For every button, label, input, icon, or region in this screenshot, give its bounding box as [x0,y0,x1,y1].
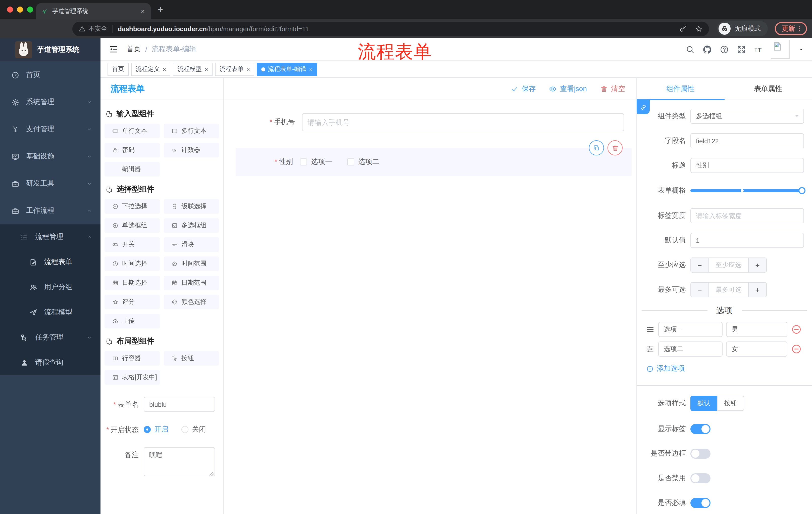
sidebar-item-payment-mgmt[interactable]: 支付管理 [0,116,100,143]
stepper-minus-button[interactable]: − [691,258,709,272]
add-option-button[interactable]: 添加选项 [646,364,812,373]
avatar[interactable] [771,40,790,59]
help-icon[interactable] [720,45,729,54]
palette-item-editor[interactable]: 编辑器 [105,162,160,177]
phone-input[interactable] [302,113,624,131]
min-select-placeholder[interactable]: 至少应选 [709,258,748,272]
reload-icon[interactable] [37,22,51,36]
sidebar-item-system-mgmt[interactable]: 系统管理 [0,88,100,116]
palette-item-button[interactable]: 按钮 [164,351,219,366]
label-width-input[interactable] [690,208,804,223]
checkbox-icon[interactable] [300,158,307,165]
sidebar-item-process-form[interactable]: 流程表单 [0,249,100,275]
sidebar-item-leave-query[interactable]: 请假查询 [0,350,100,375]
maximize-window-button[interactable] [27,6,33,12]
sidebar-item-user-group[interactable]: 用户分组 [0,275,100,300]
tag-close-icon[interactable]: × [309,66,313,72]
tag-process-model[interactable]: 流程模型× [173,63,212,76]
drag-handle-icon[interactable] [646,325,655,334]
gender-option-1[interactable]: 选项二 [347,157,379,166]
address-bar[interactable]: 不安全 dashboard.yudao.iocoder.cn /bpm/mana… [72,21,709,36]
option-style-button[interactable]: 按钮 [717,396,744,411]
tag-process-form-edit[interactable]: 流程表单-编辑× [257,63,317,76]
tag-close-icon[interactable]: × [163,66,166,72]
option-label-input[interactable] [658,342,723,357]
sidebar-item-process-mgmt[interactable]: 流程管理 [0,224,100,249]
sidebar-item-process-model[interactable]: 流程模型 [0,300,100,325]
palette-item-switch[interactable]: 开关 [105,237,160,252]
field-name-input[interactable] [690,133,804,148]
gender-widget-selected[interactable]: *性别 选项一选项二 [236,148,632,176]
palette-item-color-picker[interactable]: 颜色选择 [164,295,219,309]
github-icon[interactable] [702,45,712,54]
stepper-minus-button[interactable]: − [691,283,709,297]
tab-component-props[interactable]: 组件属性 [637,78,724,100]
new-tab-button[interactable]: + [158,3,163,16]
chevron-down-icon[interactable] [799,47,804,52]
status-radio-0[interactable]: 开启 [144,425,168,434]
tab-form-props[interactable]: 表单属性 [724,78,812,100]
update-browser-button[interactable]: 更新 [775,22,807,35]
view-json-button[interactable]: 查看json [549,84,587,93]
palette-item-table-dev[interactable]: 表格[开发中] [105,370,160,385]
toggle-show-label[interactable] [690,424,710,434]
tab-close-icon[interactable]: × [140,7,146,15]
resize-handle[interactable] [209,472,213,476]
palette-item-single-line-text[interactable]: 单行文本 [105,124,160,138]
browser-menu-dots-icon[interactable] [796,25,803,32]
forward-icon[interactable] [21,22,35,36]
drag-handle-icon[interactable] [646,345,655,354]
stepper-plus-button[interactable]: + [748,283,766,297]
password-key-icon[interactable] [679,24,687,33]
clear-button[interactable]: 清空 [600,84,625,93]
palette-item-slider[interactable]: 滑块 [164,237,219,252]
font-size-icon[interactable]: TT [754,45,763,54]
palette-item-counter[interactable]: 123计数器 [164,143,219,157]
form-remark-textarea[interactable]: 嘿嘿 [144,447,215,476]
stepper-plus-button[interactable]: + [748,258,766,272]
close-window-button[interactable] [7,6,13,12]
option-value-input[interactable] [726,342,787,357]
minimize-window-button[interactable] [17,6,23,12]
gender-option-0[interactable]: 选项一 [300,157,332,166]
component-type-select[interactable] [690,109,804,124]
delete-widget-button[interactable] [608,140,622,155]
sidebar-item-dev-tools[interactable]: 研发工具 [0,170,100,197]
sidebar-item-task-mgmt[interactable]: 任务管理 [0,325,100,350]
default-value-input[interactable] [690,233,804,248]
status-radio-1[interactable]: 关闭 [181,425,206,434]
palette-item-date-picker[interactable]: 日期选择 [105,276,160,290]
option-value-input[interactable] [726,322,787,337]
tag-process-definition[interactable]: 流程定义× [131,63,171,76]
tag-home[interactable]: 首页 [108,63,128,76]
palette-item-radio-group[interactable]: 单选框组 [105,218,160,233]
form-name-input[interactable] [144,397,215,412]
save-button[interactable]: 保存 [511,84,536,93]
remove-option-button[interactable] [791,324,802,335]
palette-item-password[interactable]: 密码 [105,143,160,157]
title-input[interactable] [690,158,804,173]
toggle-with-border[interactable] [690,449,710,459]
toggle-required[interactable] [690,498,710,508]
browser-tab[interactable]: 芋道管理系统 × [36,3,151,19]
palette-item-cascader[interactable]: 级联选择 [164,199,219,214]
palette-item-time-picker[interactable]: 时间选择 [105,256,160,271]
home-icon[interactable] [53,22,67,36]
sidebar-item-home[interactable]: 首页 [0,61,100,88]
palette-item-multi-line-text[interactable]: 多行文本 [164,124,219,138]
palette-item-time-range[interactable]: 时间范围 [164,256,219,271]
tag-process-form[interactable]: 流程表单× [215,63,255,76]
back-icon[interactable] [5,22,19,36]
palette-item-rate[interactable]: 评分 [105,295,160,309]
option-label-input[interactable] [658,322,723,337]
sidebar-item-infrastructure[interactable]: 基础设施 [0,143,100,170]
fullscreen-icon[interactable] [736,45,746,54]
tag-close-icon[interactable]: × [205,66,208,72]
copy-widget-button[interactable] [589,140,604,155]
bookmark-star-icon[interactable] [694,24,703,33]
form-grid-slider[interactable] [690,189,801,192]
tag-close-icon[interactable]: × [247,66,250,72]
max-select-placeholder[interactable]: 最多可选 [709,283,748,297]
palette-item-select[interactable]: 下拉选择 [105,199,160,214]
palette-item-date-range[interactable]: 日期范围 [164,276,219,290]
